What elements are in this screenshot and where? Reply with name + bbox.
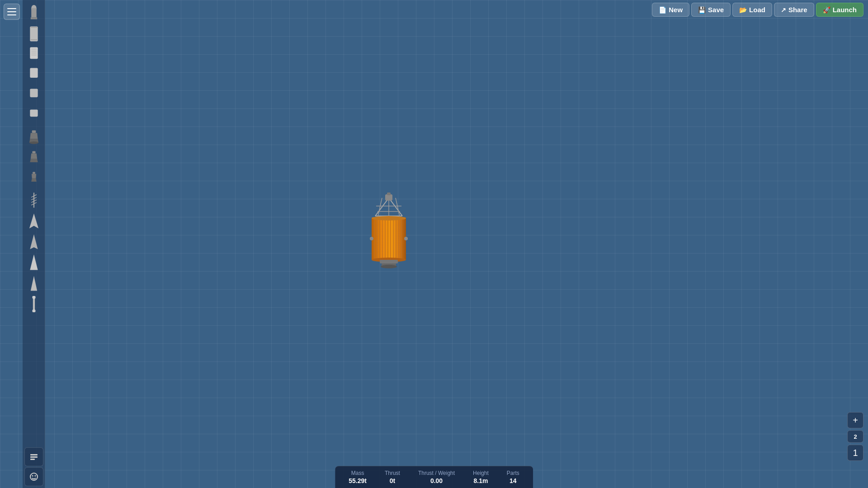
svg-rect-1 <box>31 8 37 17</box>
svg-rect-45 <box>387 192 391 195</box>
svg-rect-13 <box>30 109 38 117</box>
new-label: New <box>669 6 683 14</box>
part-fuel-tank-1[interactable] <box>24 24 43 43</box>
svg-point-60 <box>370 237 373 240</box>
svg-rect-65 <box>30 454 38 455</box>
part-fuel-tank-3[interactable] <box>24 66 43 85</box>
rocket-svg[interactable] <box>353 189 425 279</box>
thrust-weight-value: 0.00 <box>430 477 443 484</box>
load-label: Load <box>749 6 765 14</box>
zoom-out-button[interactable]: 1 <box>847 445 863 461</box>
zoom-controls: + 2 1 <box>847 412 863 461</box>
height-value: 8.1m <box>473 477 488 484</box>
part-fairing-2[interactable] <box>24 274 43 293</box>
part-fuel-tank-2[interactable] <box>24 45 43 64</box>
svg-point-69 <box>32 475 33 477</box>
part-fin-2[interactable] <box>24 232 43 251</box>
svg-rect-67 <box>30 459 35 460</box>
part-engine-1[interactable] <box>24 128 43 147</box>
svg-marker-19 <box>30 153 37 159</box>
hamburger-menu-button[interactable] <box>4 4 20 20</box>
parts-label: Parts <box>507 470 519 476</box>
zoom-level-display: 2 <box>847 430 863 443</box>
svg-rect-4 <box>30 27 37 28</box>
svg-rect-18 <box>32 151 35 153</box>
save-label: Save <box>708 6 724 14</box>
svg-marker-20 <box>30 159 38 162</box>
part-rod[interactable] <box>24 295 43 314</box>
save-button[interactable]: 💾 Save <box>691 3 731 17</box>
part-fuel-tank-4[interactable] <box>24 87 43 106</box>
parts-panel <box>23 0 45 488</box>
svg-point-17 <box>29 141 38 144</box>
share-icon: ↗ <box>781 6 786 14</box>
load-icon: 📂 <box>739 6 747 14</box>
svg-rect-44 <box>385 194 392 201</box>
svg-point-35 <box>32 310 35 312</box>
top-toolbar: 📄 New 💾 Save 📂 Load ↗ Share 🚀 Launch <box>647 0 868 19</box>
svg-marker-22 <box>31 174 36 178</box>
new-icon: 📄 <box>659 6 666 14</box>
part-engine-3[interactable] <box>24 170 43 189</box>
load-button[interactable]: 📂 Load <box>732 3 772 17</box>
height-stat: Height 8.1m <box>473 470 489 484</box>
svg-rect-62 <box>380 260 398 263</box>
grid-background <box>0 0 868 488</box>
launch-button[interactable]: 🚀 Launch <box>816 3 863 17</box>
svg-rect-66 <box>30 456 38 458</box>
parts-stat: Parts 14 <box>507 470 519 484</box>
part-capsule[interactable] <box>24 4 43 23</box>
part-fairing[interactable] <box>24 253 43 272</box>
new-button[interactable]: 📄 New <box>652 3 689 17</box>
launch-label: Launch <box>833 6 857 14</box>
height-label: Height <box>473 470 489 476</box>
svg-marker-29 <box>29 213 38 228</box>
svg-point-61 <box>404 237 408 240</box>
svg-marker-30 <box>30 234 38 249</box>
rocket-assembly <box>353 189 425 281</box>
svg-marker-15 <box>30 133 38 139</box>
mass-label: Mass <box>351 470 364 476</box>
part-fuel-tank-5[interactable] <box>24 108 43 127</box>
part-connector[interactable] <box>24 191 43 210</box>
svg-point-64 <box>381 265 397 268</box>
svg-rect-2 <box>30 17 37 19</box>
svg-rect-3 <box>30 26 38 41</box>
svg-rect-11 <box>30 68 38 78</box>
bottom-panel <box>23 447 45 488</box>
thrust-label: Thrust <box>385 470 400 476</box>
svg-marker-31 <box>30 254 38 270</box>
thrust-stat: Thrust 0t <box>385 470 400 484</box>
launch-icon: 🚀 <box>823 6 830 14</box>
mass-stat: Mass 55.29t <box>349 470 367 484</box>
save-icon: 💾 <box>698 6 706 14</box>
mass-value: 55.29t <box>349 477 367 484</box>
stats-bar: Mass 55.29t Thrust 0t Thrust / Weight 0.… <box>335 466 533 488</box>
share-button[interactable]: ↗ Share <box>774 3 814 17</box>
thrust-value: 0t <box>390 477 395 484</box>
zoom-in-button[interactable]: + <box>847 412 863 428</box>
svg-point-70 <box>35 475 36 477</box>
parts-value: 14 <box>509 477 517 484</box>
svg-marker-23 <box>31 178 37 182</box>
sticker-button[interactable] <box>24 467 43 486</box>
svg-marker-32 <box>30 276 37 291</box>
part-fin-1[interactable] <box>24 211 43 230</box>
part-engine-2[interactable] <box>24 149 43 168</box>
svg-rect-21 <box>33 172 35 174</box>
svg-rect-12 <box>30 89 38 97</box>
svg-rect-5 <box>30 39 37 40</box>
thrust-weight-stat: Thrust / Weight 0.00 <box>418 470 455 484</box>
svg-point-34 <box>32 296 35 299</box>
thrust-weight-label: Thrust / Weight <box>418 470 455 476</box>
layers-button[interactable] <box>24 447 43 466</box>
svg-rect-14 <box>32 130 36 133</box>
svg-point-58 <box>372 216 406 221</box>
share-label: Share <box>788 6 807 14</box>
